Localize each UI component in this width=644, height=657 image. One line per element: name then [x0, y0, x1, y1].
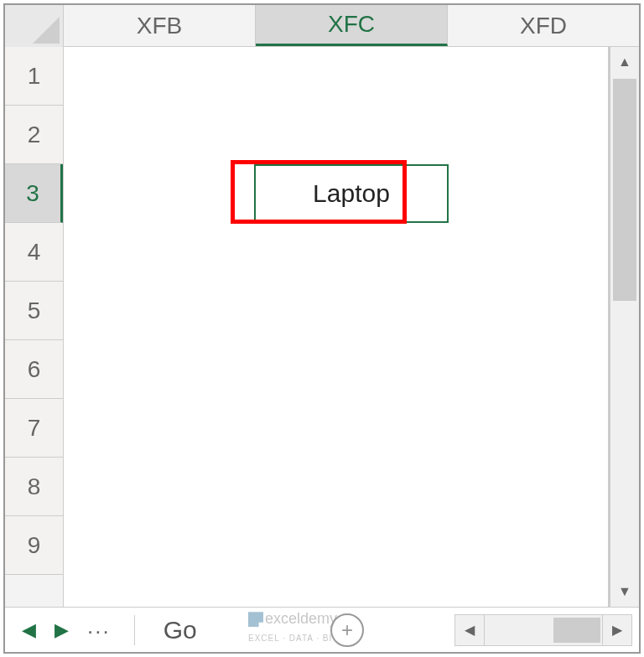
nav-divider [134, 615, 135, 645]
column-header-xfb[interactable]: XFB [64, 5, 256, 46]
cell-xfc9[interactable] [256, 516, 448, 575]
cell-xfc4[interactable] [256, 223, 448, 282]
cell-xfc7[interactable] [256, 399, 448, 458]
vertical-scroll-thumb[interactable] [613, 79, 636, 301]
watermark-logo-icon [248, 612, 263, 627]
row-header-4[interactable]: 4 [5, 223, 63, 282]
sheet-nav-prev-icon[interactable]: ◀ [22, 619, 36, 641]
column-header-xfc[interactable]: XFC [256, 5, 448, 46]
row-header-8[interactable]: 8 [5, 458, 63, 516]
cell-xfb3[interactable] [64, 164, 254, 223]
horizontal-scroll-track[interactable] [485, 614, 602, 646]
spreadsheet-window: XFB XFC XFD 1 2 3 4 5 6 7 8 9 Laptop [3, 3, 641, 654]
vertical-scroll-track[interactable] [610, 77, 639, 577]
vertical-scrollbar[interactable]: ▲ ▼ [609, 47, 639, 607]
cell-xfb1[interactable] [64, 47, 256, 106]
row-header-7[interactable]: 7 [5, 399, 63, 458]
cell-xfc5[interactable] [256, 282, 448, 340]
row-header-9[interactable]: 9 [5, 516, 63, 575]
row-headers-column: 1 2 3 4 5 6 7 8 9 [5, 47, 64, 607]
select-all-corner[interactable] [5, 5, 64, 47]
row-header-2[interactable]: 2 [5, 106, 63, 164]
cell-xfb8[interactable] [64, 458, 256, 516]
cell-xfb9[interactable] [64, 516, 256, 575]
scroll-right-button[interactable]: ▶ [602, 614, 632, 646]
zoom-in-button[interactable]: + [330, 613, 364, 647]
cell-xfb2[interactable] [64, 106, 256, 164]
row-header-5[interactable]: 5 [5, 282, 63, 340]
scroll-down-button[interactable]: ▼ [610, 577, 639, 607]
sheet-tab[interactable]: Go [158, 616, 202, 644]
column-headers-row: XFB XFC XFD [5, 5, 639, 47]
cell-xfc8[interactable] [256, 458, 448, 516]
scroll-up-button[interactable]: ▲ [610, 47, 639, 77]
row-header-3[interactable]: 3 [5, 164, 63, 223]
horizontal-scroll-thumb[interactable] [553, 618, 600, 643]
sheet-nav-next-icon[interactable]: ▶ [55, 619, 69, 641]
sheet-nav-more-icon[interactable]: ... [87, 613, 111, 646]
cell-xfb4[interactable] [64, 223, 256, 282]
cell-xfc1[interactable] [256, 47, 448, 106]
watermark-brand: exceldemy [265, 610, 337, 627]
cell-grid[interactable]: Laptop [64, 47, 639, 607]
cell-xfc2[interactable] [256, 106, 448, 164]
sheet-navigation: ◀ ▶ ... Go [5, 613, 219, 646]
scroll-left-button[interactable]: ◀ [454, 614, 485, 646]
select-all-triangle-icon [33, 17, 60, 44]
grid-body: 1 2 3 4 5 6 7 8 9 Laptop [5, 47, 639, 607]
bottom-bar: ◀ ▶ ... Go exceldemy EXCEL · DATA · BI +… [5, 607, 639, 652]
row-header-1[interactable]: 1 [5, 47, 63, 106]
cell-xfc3[interactable]: Laptop [254, 164, 448, 223]
watermark-tagline: EXCEL · DATA · BI [248, 634, 332, 643]
cell-xfc6[interactable] [256, 340, 448, 399]
cell-xfb7[interactable] [64, 399, 256, 458]
cell-xfb5[interactable] [64, 282, 256, 340]
cell-xfb6[interactable] [64, 340, 256, 399]
row-header-6[interactable]: 6 [5, 340, 63, 399]
horizontal-scrollbar[interactable]: ◀ ▶ [454, 608, 632, 652]
watermark: exceldemy EXCEL · DATA · BI [248, 610, 337, 645]
column-header-xfd[interactable]: XFD [448, 5, 639, 46]
